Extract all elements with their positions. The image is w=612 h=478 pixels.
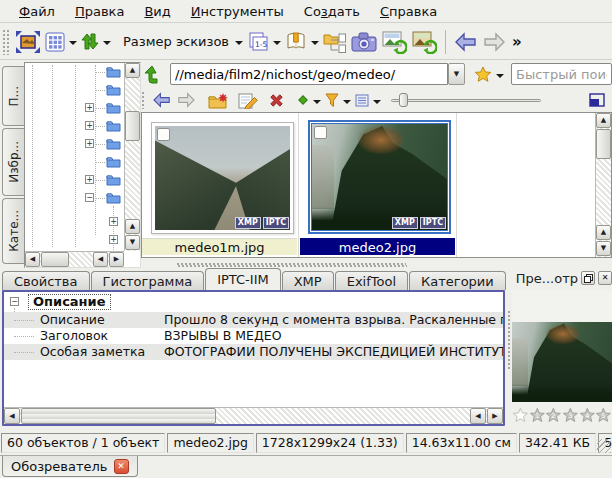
thumbnail-filename[interactable]: medeo2.jpg	[300, 238, 455, 255]
tree-expander-plus[interactable]: +	[109, 217, 118, 226]
toolbar-overflow-button[interactable]: »	[510, 28, 524, 56]
scroll-left-button[interactable]: ◀	[470, 408, 486, 424]
thumbnail-size-slider[interactable]	[391, 92, 541, 108]
scroll-left-button[interactable]: ◀	[25, 252, 40, 267]
rating-star-2[interactable]: 2	[545, 405, 562, 426]
iptc-group-header[interactable]: Описание	[28, 294, 111, 310]
path-input[interactable]	[170, 63, 448, 85]
tree-expander-plus[interactable]: +	[85, 103, 94, 112]
close-pane-button[interactable]: ✕	[598, 271, 612, 285]
iptc-row[interactable]: Особая заметка ФОТОГРАФИИ ПОЛУЧЕНЫ ЭКСПЕ…	[4, 344, 505, 360]
thumb-size-dropdown[interactable]	[233, 28, 245, 56]
view-mode-dropdown[interactable]	[67, 28, 79, 56]
scroll-down-button[interactable]: ▼	[596, 241, 611, 256]
scroll-up-button[interactable]: ▲	[596, 113, 611, 128]
toolbar-drag-handle[interactable]	[2, 29, 9, 55]
quick-search-input[interactable]	[511, 63, 612, 85]
capture-button[interactable]	[349, 28, 379, 56]
browser-window-tab[interactable]: Обозреватель ✕	[2, 456, 138, 477]
back-button[interactable]	[452, 28, 480, 56]
tree-expander-minus[interactable]: −	[10, 297, 19, 306]
iptc-row[interactable]: Заголовок ВЗРЫВЫ В МЕДЕО	[4, 328, 505, 344]
tab-xmp[interactable]: XMP	[282, 271, 334, 290]
bookmarks-dropdown[interactable]	[309, 28, 321, 56]
thumbnail-filename[interactable]: medeo1m.jpg	[142, 238, 297, 255]
sidebar-tab-categories[interactable]: Кате...	[2, 198, 24, 264]
thumbnail-image[interactable]: XMP IPTC	[312, 124, 447, 230]
tab-properties[interactable]: Свойства	[2, 271, 90, 290]
tree-expander-minus[interactable]: −	[85, 193, 94, 202]
rating-star-1[interactable]: 1	[529, 405, 546, 426]
rating-star-3[interactable]: 3	[562, 405, 579, 426]
forward-button-small[interactable]	[174, 86, 198, 114]
tree-vertical-scrollbar[interactable]: ▲ ▲ ▼	[124, 63, 140, 251]
sort-button[interactable]	[79, 28, 101, 56]
forward-button[interactable]	[480, 28, 508, 56]
view-mode-button[interactable]	[43, 28, 67, 56]
thumbnail-cell-selected[interactable]: XMP IPTC medeo2.jpg	[300, 113, 457, 257]
rating-star-clear[interactable]	[512, 405, 529, 426]
scroll-up-button[interactable]: ▲	[125, 219, 140, 234]
menu-view[interactable]: Вид	[135, 2, 179, 21]
delete-button[interactable]	[266, 86, 287, 114]
tree-expander-plus[interactable]: +	[109, 235, 118, 244]
browser-vertical-scrollbar[interactable]: ▲ ▲ ▼	[595, 113, 611, 257]
iptc-horizontal-scrollbar[interactable]: ◀ ◀ ▶	[4, 407, 503, 424]
sort-dropdown[interactable]	[101, 28, 113, 56]
batch-convert-button[interactable]	[409, 28, 439, 56]
tab-exiftool[interactable]: ExifTool	[335, 271, 408, 290]
thumbnail-frame[interactable]: XMP IPTC	[151, 122, 294, 234]
tab-iptc-iim[interactable]: IPTC-IIM	[205, 268, 281, 290]
scrollbar-thumb[interactable]	[21, 408, 216, 424]
menu-tools[interactable]: Инструменты	[182, 2, 293, 21]
tab-categories[interactable]: Категории	[409, 271, 506, 290]
view-options-dropdown[interactable]	[371, 86, 383, 114]
menu-file[interactable]: Файл	[10, 2, 64, 21]
sidebar-tab-folders[interactable]: П...	[2, 66, 24, 126]
thumbnail-cell[interactable]: XMP IPTC medeo1m.jpg	[142, 113, 299, 257]
thumbnail-image[interactable]: XMP IPTC	[155, 126, 290, 230]
convert-button[interactable]	[379, 28, 409, 56]
preview-pane-toggle[interactable]	[587, 86, 608, 114]
scroll-left-button[interactable]: ◀	[93, 252, 108, 267]
menu-help[interactable]: Справка	[371, 2, 446, 21]
pages-button[interactable]: 1-5	[245, 28, 271, 56]
toolbar-drag-handle[interactable]	[141, 91, 146, 109]
favorites-dropdown[interactable]	[494, 60, 506, 88]
filter-dropdown[interactable]	[341, 86, 353, 114]
scroll-right-button[interactable]: ▶	[487, 408, 503, 424]
scroll-up-button[interactable]: ▲	[125, 63, 140, 78]
scrollbar-thumb[interactable]	[596, 129, 611, 159]
back-button-small[interactable]	[150, 86, 174, 114]
filter-button[interactable]	[323, 86, 341, 114]
tree-expander-plus[interactable]: +	[85, 121, 94, 130]
scroll-up-button[interactable]: ▲	[596, 225, 611, 240]
tab-histogram[interactable]: Гистограмма	[91, 271, 205, 290]
view-options-button[interactable]	[353, 86, 371, 114]
resize-grip[interactable]	[597, 439, 611, 453]
favorites-button[interactable]	[472, 60, 494, 88]
label-filter-button[interactable]	[295, 86, 311, 114]
scrollbar-thumb[interactable]	[41, 252, 69, 267]
folder-tree-button[interactable]	[321, 28, 349, 56]
tree-horizontal-scrollbar[interactable]: ◀ ◀ ▶	[25, 251, 124, 267]
sidebar-tab-favorites[interactable]: Избр...	[2, 128, 24, 196]
rating-star-4[interactable]: 4	[579, 405, 596, 426]
tree-expander-plus[interactable]: +	[85, 175, 94, 184]
thumbnail-checkbox[interactable]	[157, 128, 170, 141]
scrollbar-thumb[interactable]	[125, 111, 140, 141]
thumbnail-frame[interactable]: XMP IPTC	[308, 120, 451, 234]
preview-image[interactable]	[512, 322, 612, 402]
thumbnail-checkbox[interactable]	[314, 126, 327, 139]
up-directory-button[interactable]	[141, 60, 164, 88]
label-filter-dropdown[interactable]	[311, 86, 323, 114]
scroll-left-button[interactable]: ◀	[4, 408, 20, 424]
fullscreen-button[interactable]	[13, 28, 43, 56]
new-folder-button[interactable]	[206, 86, 230, 114]
menu-create[interactable]: Создать	[295, 2, 369, 21]
edit-button[interactable]	[236, 86, 260, 114]
tree-expander-plus[interactable]: +	[85, 139, 94, 148]
path-dropdown-button[interactable]: ▼	[448, 63, 465, 85]
float-pane-button[interactable]	[581, 271, 595, 285]
close-tab-button[interactable]: ✕	[114, 459, 129, 474]
